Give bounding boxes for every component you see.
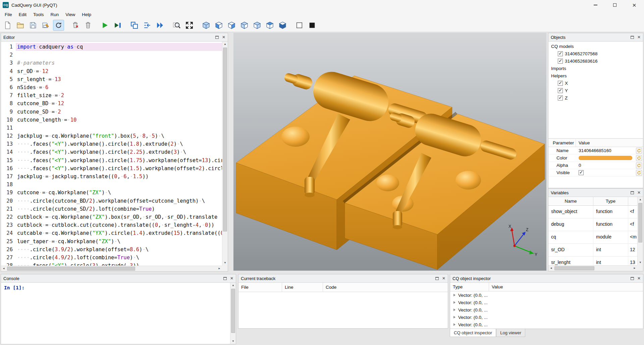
code-line-24[interactable]: cutcable·=·cq.Workplane("YX").circle(1.4… bbox=[16, 229, 222, 237]
close-panel-button[interactable]: ✕ bbox=[442, 276, 445, 280]
close-button[interactable]: ✕ bbox=[625, 0, 644, 10]
close-panel-button[interactable]: ✕ bbox=[637, 35, 641, 39]
inspector-row[interactable]: Vector: (0.0, ... bbox=[450, 314, 643, 321]
variable-row-show_object[interactable]: show_objectfunction<f bbox=[548, 206, 637, 218]
editor-horizontal-scrollbar[interactable]: ◄ ► bbox=[1, 266, 222, 271]
tree-item-3140652707568[interactable]: 3140652707568 bbox=[548, 50, 643, 57]
visibility-checkbox[interactable] bbox=[558, 81, 563, 86]
code-editor[interactable]: 1234567891011121314151617181920212223242… bbox=[1, 42, 222, 266]
scrollbar-thumb[interactable] bbox=[231, 289, 235, 333]
close-panel-button[interactable]: ✕ bbox=[637, 276, 641, 280]
console-vertical-scrollbar[interactable]: ▲ ▼ bbox=[230, 283, 236, 344]
view-back-button[interactable] bbox=[226, 20, 237, 31]
inspector-row[interactable]: Vector: (0.0, ... bbox=[450, 306, 643, 314]
viewport-canvas[interactable]: X Z Y bbox=[233, 33, 546, 271]
float-panel-button[interactable] bbox=[631, 36, 634, 39]
maximize-button[interactable] bbox=[605, 0, 625, 10]
scrollbar-thumb[interactable] bbox=[7, 267, 135, 271]
delete-object-button[interactable] bbox=[83, 20, 94, 31]
view-left-button[interactable] bbox=[239, 20, 250, 31]
float-panel-button[interactable] bbox=[435, 277, 439, 280]
code-lines[interactable]: import·cadquery·as·cq #·parameterssr_OD·… bbox=[16, 42, 222, 266]
float-panel-button[interactable] bbox=[223, 277, 227, 280]
inspector-row[interactable]: Vector: (0.0, ... bbox=[450, 291, 643, 299]
scroll-up-icon[interactable]: ▲ bbox=[232, 284, 234, 287]
code-line-25[interactable]: luer_taper·=·cq.Workplane("ZX")·\ bbox=[16, 237, 222, 246]
save-button[interactable] bbox=[28, 20, 39, 31]
open-file-button[interactable] bbox=[15, 20, 26, 31]
code-line-15[interactable]: ····.faces("<Y").workplane().circle(1.75… bbox=[16, 156, 222, 164]
view-bottom-button[interactable] bbox=[277, 20, 288, 31]
new-script-button[interactable] bbox=[2, 20, 13, 31]
step-button[interactable] bbox=[129, 20, 140, 31]
expand-arrow-icon[interactable] bbox=[453, 316, 455, 319]
code-line-16[interactable]: ····.faces("<Y").workplane().circle(1.5)… bbox=[16, 164, 222, 172]
scroll-left-icon[interactable]: ◄ bbox=[550, 267, 552, 270]
variable-row-sr_OD[interactable]: sr_ODint12 bbox=[548, 244, 637, 257]
float-panel-button[interactable] bbox=[631, 191, 634, 194]
variables-vertical-scrollbar[interactable]: ▲ ▼ bbox=[637, 197, 643, 265]
tab-cq-object-inspector[interactable]: CQ object inspector bbox=[450, 329, 496, 337]
expand-arrow-icon[interactable] bbox=[453, 308, 455, 311]
scroll-left-icon[interactable]: ◄ bbox=[2, 267, 5, 270]
code-line-11[interactable] bbox=[16, 124, 222, 132]
visibility-checkbox[interactable] bbox=[558, 59, 563, 64]
code-line-26[interactable]: ····.circle(3.9/2).workplane(offset=8.6)… bbox=[16, 246, 222, 254]
tree-item-helpers[interactable]: Helpers bbox=[548, 72, 643, 79]
menu-view[interactable]: View bbox=[62, 11, 78, 18]
code-line-5[interactable]: sr_lenght·=·13 bbox=[16, 75, 222, 83]
close-panel-button[interactable]: ✕ bbox=[230, 276, 233, 280]
scroll-right-icon[interactable]: ► bbox=[633, 267, 636, 270]
code-line-8[interactable]: cutcone_BD·=·12 bbox=[16, 99, 222, 108]
inspect-object-button[interactable] bbox=[171, 20, 182, 31]
tree-item-3140652683616[interactable]: 3140652683616 bbox=[548, 57, 643, 65]
scroll-up-icon[interactable]: ▲ bbox=[224, 43, 226, 46]
scroll-down-icon[interactable]: ▼ bbox=[224, 262, 226, 264]
scrollbar-thumb[interactable] bbox=[554, 266, 594, 270]
scroll-down-icon[interactable]: ▼ bbox=[232, 340, 234, 343]
scrollbar-thumb[interactable] bbox=[223, 48, 227, 231]
continue-button[interactable] bbox=[154, 20, 165, 31]
close-panel-button[interactable]: ✕ bbox=[637, 191, 641, 195]
inspector-row[interactable]: Vector: (0.0, ... bbox=[450, 299, 643, 306]
save-as-button[interactable] bbox=[40, 20, 51, 31]
code-line-3[interactable]: #·parameters bbox=[16, 59, 222, 67]
variable-row-debug[interactable]: debugfunction<f bbox=[548, 218, 637, 231]
visibility-checkbox[interactable] bbox=[558, 88, 563, 93]
minimize-button[interactable] bbox=[586, 0, 605, 10]
menu-file[interactable]: File bbox=[1, 11, 15, 18]
code-line-20[interactable]: ····.circle(cutcone_BD/2).workplane(offs… bbox=[16, 197, 222, 205]
view-wireframe-button[interactable] bbox=[307, 20, 318, 31]
clear-objects-button[interactable] bbox=[70, 20, 81, 31]
code-line-23[interactable]: cutblock·=·cutblock.cut(cutcone).transla… bbox=[16, 221, 222, 229]
reset-button[interactable] bbox=[636, 155, 642, 161]
code-line-28[interactable]: ····.faces("<Y").circle(3).extrude(-3)) bbox=[16, 262, 222, 266]
property-value[interactable] bbox=[576, 170, 643, 175]
tree-item-imports[interactable]: Imports bbox=[548, 65, 643, 72]
code-line-10[interactable]: cutcone_length·=·10 bbox=[16, 116, 222, 124]
reset-button[interactable] bbox=[636, 148, 642, 154]
property-value[interactable]: 0 bbox=[576, 163, 643, 168]
code-line-17[interactable]: jackplug·=·jackplug.translate((0,·6,·1.5… bbox=[16, 172, 222, 181]
view-right-button[interactable] bbox=[252, 20, 263, 31]
variable-row-cq[interactable]: cqmodule<m bbox=[548, 231, 637, 244]
fit-view-button[interactable] bbox=[184, 20, 195, 31]
visible-checkbox[interactable] bbox=[579, 170, 584, 175]
code-line-7[interactable]: fillet_size·=·2 bbox=[16, 91, 222, 99]
code-line-19[interactable]: cutcone·=·cq.Workplane("ZX")·\ bbox=[16, 189, 222, 197]
property-value[interactable] bbox=[576, 156, 643, 160]
expand-arrow-icon[interactable] bbox=[453, 294, 455, 296]
tree-item-z[interactable]: Z bbox=[548, 94, 643, 101]
reset-button[interactable] bbox=[636, 170, 642, 176]
visibility-checkbox[interactable] bbox=[558, 95, 563, 100]
variable-row-sr_lenght[interactable]: sr_lenghtint13 bbox=[548, 257, 637, 265]
expand-arrow-icon[interactable] bbox=[453, 323, 455, 326]
view-iso-button[interactable] bbox=[201, 20, 212, 31]
tree-item-y[interactable]: Y bbox=[548, 87, 643, 94]
menu-edit[interactable]: Edit bbox=[15, 11, 30, 18]
color-swatch[interactable] bbox=[579, 156, 632, 160]
view-front-button[interactable] bbox=[213, 20, 224, 31]
scroll-right-icon[interactable]: ► bbox=[218, 267, 221, 270]
console-input-area[interactable]: In [1]: bbox=[1, 283, 230, 344]
code-line-18[interactable] bbox=[16, 181, 222, 189]
